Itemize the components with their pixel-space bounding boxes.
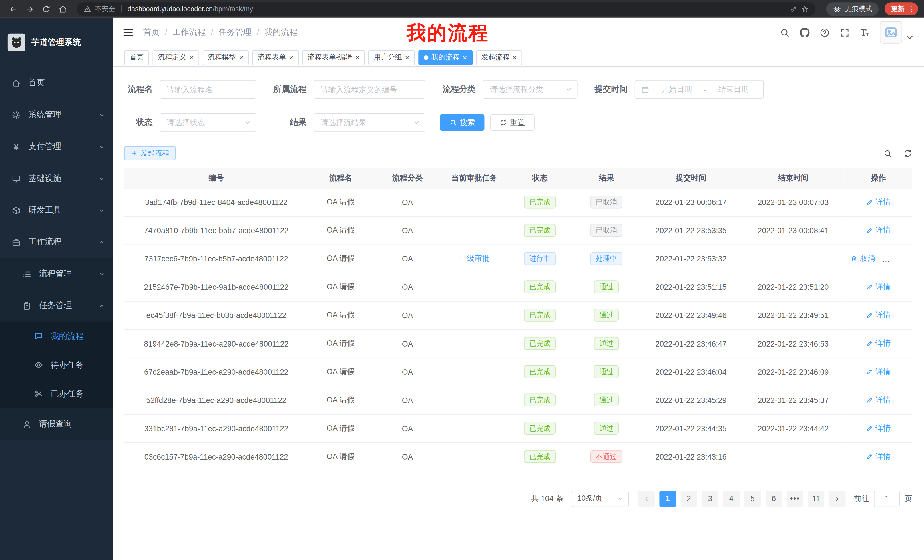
next-page-button[interactable] — [829, 490, 846, 507]
refresh-table-icon[interactable] — [903, 149, 912, 157]
sidebar-item-done-task[interactable]: 已办任务 — [0, 379, 113, 408]
detail-action[interactable]: 详情 — [866, 395, 891, 405]
submit-time-label: 提交时间 — [592, 84, 628, 95]
avatar[interactable] — [880, 21, 902, 43]
tab-process-form-edit[interactable]: 流程表单-编辑× — [302, 49, 365, 65]
detail-action[interactable]: 详情 — [866, 197, 891, 207]
menu-dots-icon[interactable] — [908, 5, 915, 13]
process-name-input[interactable] — [160, 80, 256, 99]
result-select[interactable]: 请选择流结果 — [314, 113, 426, 132]
font-size-icon[interactable] — [860, 27, 870, 37]
key-icon[interactable] — [789, 5, 797, 13]
tab-process-model[interactable]: 流程模型× — [202, 49, 249, 65]
reload-icon[interactable] — [39, 2, 53, 16]
tab-my-process[interactable]: 我的流程× — [418, 49, 472, 65]
sidebar-item-my-process[interactable]: 我的流程 — [0, 322, 113, 350]
page-more-button[interactable]: ••• — [787, 490, 803, 507]
user-menu[interactable] — [880, 21, 915, 43]
close-icon[interactable]: × — [189, 54, 194, 61]
github-icon[interactable] — [800, 27, 810, 37]
update-button[interactable]: 更新 — [885, 2, 918, 15]
current-task-link[interactable]: 一级审批 — [459, 253, 490, 264]
cell-submit-time: 2022-01-22 23:49:46 — [640, 301, 742, 329]
status-select[interactable]: 请选择状态 — [160, 113, 256, 132]
page-button-3[interactable]: 3 — [702, 490, 718, 507]
column-header: 提交时间 — [640, 168, 742, 188]
detail-action[interactable]: 详情 — [866, 451, 891, 462]
close-icon[interactable]: × — [513, 54, 517, 61]
search-toggle-icon[interactable] — [884, 149, 892, 157]
detail-action[interactable]: 详情 — [866, 281, 891, 292]
close-icon[interactable]: × — [405, 54, 410, 61]
page-button-11[interactable]: 11 — [808, 490, 824, 507]
security-label[interactable]: 不安全 — [95, 4, 115, 13]
tab-process-definition[interactable]: 流程定义× — [153, 49, 199, 65]
page-size-select[interactable]: 10条/页 — [572, 490, 629, 507]
sidebar-item-task-management[interactable]: 任务管理 — [0, 290, 113, 321]
search-button[interactable]: 搜索 — [440, 114, 484, 131]
cell-status: 已完成 — [507, 188, 573, 216]
page-button-5[interactable]: 5 — [744, 490, 761, 507]
submit-time-range[interactable]: 开始日期 - 结束日期 — [635, 80, 764, 99]
breadcrumb-item[interactable]: 工作流程 — [172, 27, 206, 38]
category-select[interactable]: 请选择流程分类 — [483, 80, 578, 99]
prev-page-button[interactable] — [638, 490, 655, 507]
bookmark-star-icon[interactable] — [801, 5, 808, 13]
help-icon[interactable] — [820, 27, 830, 37]
page-button-2[interactable]: 2 — [681, 490, 697, 507]
cell-result: 通过 — [573, 301, 640, 329]
cell-end-time: 2022-01-22 23:46:09 — [742, 358, 844, 386]
cell-process-name: OA 请假 — [308, 301, 373, 329]
process-def-input[interactable] — [314, 80, 426, 99]
cell-category: OA — [373, 301, 442, 329]
cell-current-task — [442, 188, 507, 216]
result-badge: 已取消 — [591, 224, 622, 237]
page-button-6[interactable]: 6 — [765, 490, 782, 507]
page-button-1[interactable]: 1 — [659, 490, 676, 507]
close-icon[interactable]: × — [239, 54, 244, 61]
sidebar-item-payment[interactable]: ¥支付管理 — [0, 131, 113, 162]
eye-icon — [34, 361, 43, 369]
address-bar[interactable]: 不安全 dashboard.yudao.iocoder.cn/bpm/task/… — [76, 2, 816, 15]
sidebar-item-system[interactable]: 系统管理 — [0, 99, 113, 131]
back-icon[interactable] — [6, 2, 20, 16]
tab-user-group[interactable]: 用户分组× — [369, 49, 415, 65]
detail-action[interactable]: 详情 — [866, 225, 891, 235]
sidebar-item-workflow[interactable]: 工作流程 — [0, 226, 113, 258]
search-icon[interactable] — [780, 27, 789, 37]
box-icon — [12, 206, 21, 215]
detail-action[interactable]: 详情 — [866, 338, 891, 349]
breadcrumb-item[interactable]: 首页 — [143, 27, 160, 38]
column-header: 流程名 — [308, 168, 373, 188]
home-icon[interactable] — [56, 2, 70, 16]
sidebar-item-process-management[interactable]: 流程管理 — [0, 258, 113, 290]
status-badge: 已完成 — [524, 308, 556, 321]
tab-home[interactable]: 首页 — [124, 49, 149, 65]
page-button-4[interactable]: 4 — [723, 490, 740, 507]
goto-page-input[interactable] — [874, 490, 900, 507]
sidebar-item-infrastructure[interactable]: 基础设施 — [0, 163, 113, 195]
detail-action[interactable]: 详情 — [866, 310, 891, 320]
sidebar-item-dev-tools[interactable]: 研发工具 — [0, 195, 113, 226]
close-icon[interactable]: × — [289, 54, 294, 61]
cancel-action[interactable]: 取消 — [850, 253, 875, 264]
cell-status: 已完成 — [507, 301, 573, 329]
sidebar-item-home[interactable]: 首页 — [0, 67, 113, 99]
tab-label: 用户分组 — [374, 52, 402, 63]
detail-action[interactable]: 详情 — [866, 423, 891, 434]
filter-row-1: 流程名 所属流程 流程分类 请选择流程分类 — [124, 80, 912, 99]
column-header: 操作 — [844, 168, 912, 188]
fullscreen-icon[interactable] — [840, 27, 850, 37]
close-icon[interactable]: × — [355, 54, 360, 61]
sidebar-item-todo-task[interactable]: 待办任务 — [0, 350, 113, 379]
sidebar-item-leave-query[interactable]: 请假查询 — [0, 408, 113, 440]
tab-process-form[interactable]: 流程表单× — [252, 49, 298, 65]
detail-action[interactable]: 详情 — [866, 367, 891, 377]
forward-icon[interactable] — [22, 2, 36, 16]
breadcrumb-item[interactable]: 任务管理 — [218, 27, 252, 38]
start-process-button[interactable]: 发起流程 — [124, 146, 176, 160]
close-icon[interactable]: × — [463, 54, 467, 61]
hamburger-icon[interactable] — [123, 27, 134, 38]
tab-start-process[interactable]: 发起流程× — [476, 49, 522, 65]
reset-button[interactable]: 重置 — [490, 114, 534, 131]
